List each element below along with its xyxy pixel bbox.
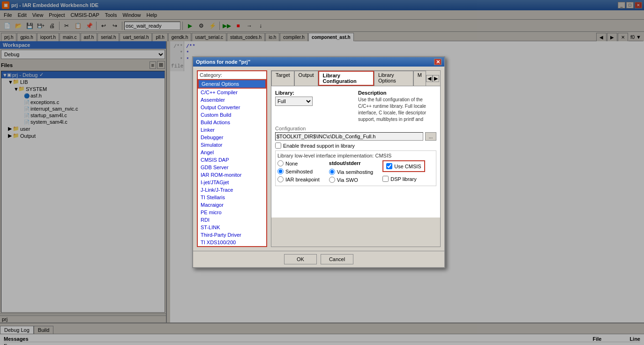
dialog-title-bar: Options for node "prj" ✕ <box>193 57 444 67</box>
category-rdi[interactable]: RDI <box>198 216 266 224</box>
radio-semihosted: Semihosted <box>277 168 320 174</box>
dsp-library-row: DSP library <box>382 176 425 182</box>
library-row: Library: Full None Normal Custom Descrip… <box>275 90 436 123</box>
radio-iar-breakpoint: IAR breakpoint <box>277 176 320 182</box>
tab-m[interactable]: M <box>413 71 426 86</box>
category-label: Category: <box>198 71 266 79</box>
tab-output[interactable]: Output <box>294 71 318 86</box>
category-general-options[interactable]: General Options <box>198 79 266 89</box>
category-macraigor[interactable]: Macraigor <box>198 201 266 209</box>
category-third-party-driver[interactable]: Third-Party Driver <box>198 231 266 239</box>
tab-nav-right-icon[interactable]: ▶ <box>433 75 439 82</box>
config-input[interactable] <box>275 132 423 141</box>
category-custom-build[interactable]: Custom Build <box>198 111 266 119</box>
category-assembler[interactable]: Assembler <box>198 96 266 104</box>
category-cpp-compiler[interactable]: C/C++ Compiler <box>198 89 266 96</box>
use-cmsis-checkbox[interactable] <box>386 163 392 169</box>
category-debugger[interactable]: Debugger <box>198 134 266 141</box>
interface-cols: None Semihosted IAR breakpoint <box>277 160 434 184</box>
radio-none-label: None <box>285 161 298 166</box>
enable-thread-checkbox[interactable] <box>275 142 281 149</box>
config-input-row: ... <box>275 132 436 141</box>
category-panel: Category: General Options C/C++ Compiler… <box>197 70 267 247</box>
category-cmsis-dap[interactable]: CMSIS DAP <box>198 156 266 164</box>
category-angel[interactable]: Angel <box>198 149 266 156</box>
radio-via-swo-label: Via SWO <box>337 177 358 183</box>
interface-title: Library low-level interface implementati… <box>277 153 434 158</box>
tab-nav-left-icon[interactable]: ◀ <box>426 75 433 82</box>
radio-via-semihosting-input[interactable] <box>329 169 335 175</box>
library-col: Library: Full None Normal Custom <box>275 90 353 123</box>
options-tabs: Target Output Library Configuration Libr… <box>271 71 440 86</box>
ok-button[interactable]: OK <box>284 254 317 264</box>
library-select[interactable]: Full None Normal Custom <box>275 97 313 106</box>
dialog-body: Category: General Options C/C++ Compiler… <box>193 67 444 251</box>
dsp-library-checkbox[interactable] <box>382 176 389 182</box>
tab-library-options[interactable]: Library Options <box>374 71 413 86</box>
radio-iar-breakpoint-input[interactable] <box>277 176 284 182</box>
cmsis-box: Use CMSIS <box>382 160 425 172</box>
radio-none: None <box>277 160 320 166</box>
options-dialog: Options for node "prj" ✕ Category: Gener… <box>192 56 445 268</box>
config-browse-button[interactable]: ... <box>425 132 436 141</box>
library-description: Use the full configuration of the C/C++ … <box>358 97 436 123</box>
dialog-footer: OK Cancel <box>193 251 444 267</box>
dsp-library-label: DSP library <box>390 176 416 182</box>
tab-target[interactable]: Target <box>271 71 294 86</box>
category-st-link[interactable]: ST-LINK <box>198 224 266 231</box>
library-config-content: Library: Full None Normal Custom Descrip… <box>271 86 440 218</box>
description-col: Description Use the full configuration o… <box>358 90 436 123</box>
category-gdb-server[interactable]: GDB Server <box>198 164 266 171</box>
dialog-title-text: Options for node "prj" <box>196 59 250 65</box>
category-build-actions[interactable]: Build Actions <box>198 119 266 126</box>
category-linker[interactable]: Linker <box>198 126 266 134</box>
category-ti-xds100[interactable]: TI XDS100/200 <box>198 239 266 246</box>
cancel-button[interactable]: Cancel <box>321 254 353 264</box>
radio-semihosted-input[interactable] <box>277 168 284 174</box>
cmsis-group: Use CMSIS DSP library <box>382 160 425 184</box>
options-panel: Target Output Library Configuration Libr… <box>271 70 441 247</box>
category-ti-stellaris[interactable]: TI Stellaris <box>198 194 266 201</box>
category-pe-micro[interactable]: PE micro <box>198 209 266 216</box>
radio-via-semihosting-label: Via semihosting <box>337 169 373 175</box>
category-ijet-jtagjet[interactable]: I-jet/JTAGjet <box>198 179 266 186</box>
library-label: Library: <box>275 90 353 96</box>
left-radio-group: None Semihosted IAR breakpoint <box>277 160 320 184</box>
category-iar-rom-monitor[interactable]: IAR ROM-monitor <box>198 171 266 179</box>
radio-via-swo: Via SWO <box>329 177 373 183</box>
modal-overlay: Options for node "prj" ✕ Category: Gener… <box>0 0 644 345</box>
interface-section: Library low-level interface implementati… <box>275 150 436 186</box>
category-jlink-jtrace[interactable]: J-Link/J-Trace <box>198 186 266 194</box>
radio-iar-breakpoint-label: IAR breakpoint <box>285 177 320 182</box>
description-label: Description <box>358 90 436 96</box>
dialog-close-button[interactable]: ✕ <box>434 59 442 65</box>
enable-thread-label: Enable thread support in library <box>283 143 355 149</box>
stdout-stderr-label: stdout/stderr <box>329 160 373 166</box>
right-radio-group: stdout/stderr Via semihosting Via SWO <box>329 160 373 184</box>
use-cmsis-label: Use CMSIS <box>394 164 421 169</box>
radio-semihosted-label: Semihosted <box>285 169 313 174</box>
tab-library-configuration[interactable]: Library Configuration <box>318 71 374 86</box>
radio-none-input[interactable] <box>277 160 284 166</box>
config-label: Configuration <box>275 126 436 131</box>
radio-via-semihosting: Via semihosting <box>329 169 373 175</box>
radio-via-swo-input[interactable] <box>329 177 335 183</box>
category-output-converter[interactable]: Output Converter <box>198 104 266 111</box>
enable-thread-row: Enable thread support in library <box>275 142 436 149</box>
category-simulator[interactable]: Simulator <box>198 141 266 149</box>
